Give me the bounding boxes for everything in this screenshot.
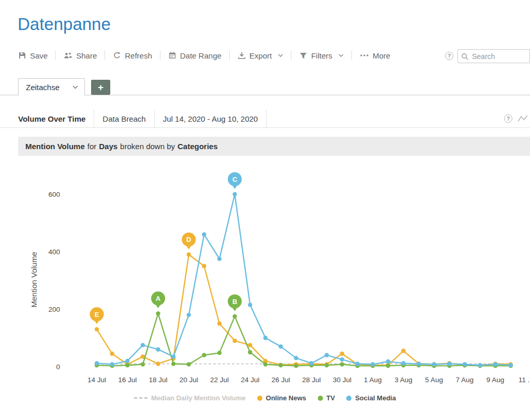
data-point-online-news[interactable]	[340, 352, 344, 356]
share-label: Share	[76, 51, 97, 60]
data-point-tv[interactable]	[248, 350, 252, 354]
trend-line-icon[interactable]	[518, 115, 528, 122]
data-point-tv[interactable]	[202, 353, 206, 357]
data-point-social-media[interactable]	[432, 362, 436, 366]
data-point-tv[interactable]	[386, 364, 390, 368]
legend-item-median-daily-mention-volume[interactable]: Median Daily Mention Volume	[134, 394, 246, 402]
data-point-social-media[interactable]	[386, 359, 390, 364]
data-point-social-media[interactable]	[401, 361, 405, 365]
data-point-social-media[interactable]	[95, 361, 99, 365]
series-line-social-media	[97, 194, 511, 365]
data-point-social-media[interactable]	[493, 362, 497, 366]
data-point-social-media[interactable]	[125, 359, 129, 363]
more-button[interactable]: More	[360, 51, 390, 60]
data-point-social-media[interactable]	[110, 362, 114, 366]
refresh-button[interactable]: Refresh	[113, 51, 152, 60]
x-tick-label: 3 Aug	[394, 376, 413, 384]
data-point-online-news[interactable]	[232, 339, 237, 343]
data-point-online-news[interactable]	[217, 322, 222, 326]
search-input[interactable]	[471, 52, 526, 61]
data-point-tv[interactable]	[187, 362, 191, 366]
data-point-online-news[interactable]	[110, 352, 114, 356]
toolbar-divider	[291, 51, 291, 60]
data-point-social-media[interactable]	[232, 192, 237, 196]
data-point-online-news[interactable]	[187, 252, 191, 256]
data-point-social-media[interactable]	[294, 356, 298, 360]
data-point-social-media[interactable]	[141, 343, 145, 347]
data-point-tv[interactable]	[156, 311, 160, 315]
data-point-tv[interactable]	[294, 364, 298, 368]
panel-query-name[interactable]: Data Breach	[94, 110, 154, 127]
date-range-button[interactable]: Date Range	[168, 51, 222, 60]
data-point-social-media[interactable]	[340, 357, 344, 361]
tab-zeitachse[interactable]: Zeitachse	[18, 78, 85, 95]
toolbar-divider	[160, 51, 160, 60]
data-point-tv[interactable]	[125, 363, 129, 367]
chart-marker-a[interactable]: A	[151, 292, 165, 309]
data-point-online-news[interactable]	[95, 327, 99, 331]
data-point-social-media[interactable]	[417, 361, 421, 366]
legend-item-social-media[interactable]: Social Media	[346, 394, 396, 402]
data-point-online-news[interactable]	[248, 343, 252, 347]
legend-dot-icon	[257, 396, 262, 401]
data-point-social-media[interactable]	[309, 361, 313, 365]
filters-button[interactable]: Filters	[299, 51, 344, 60]
data-point-tv[interactable]	[278, 363, 283, 367]
panel-date-range[interactable]: Jul 14, 2020 - Aug 10, 2020	[155, 110, 267, 127]
search-box	[458, 49, 530, 63]
legend-dot-icon	[318, 396, 323, 401]
data-point-tv[interactable]	[340, 362, 344, 366]
save-button[interactable]: Save	[18, 51, 48, 60]
data-point-tv[interactable]	[171, 361, 175, 366]
filter-icon	[299, 52, 307, 60]
chart-description-bar: Mention Volume for Days broken down by C…	[18, 137, 530, 156]
x-tick-label: 11 ...	[519, 376, 530, 384]
data-point-online-news[interactable]	[156, 361, 160, 366]
chevron-down-icon	[278, 54, 283, 57]
data-point-social-media[interactable]	[463, 362, 467, 366]
data-point-social-media[interactable]	[478, 363, 482, 367]
data-point-social-media[interactable]	[278, 344, 283, 349]
data-point-social-media[interactable]	[217, 257, 222, 261]
chart-marker-d[interactable]: D	[182, 233, 196, 250]
y-tick-label: 0	[56, 363, 60, 371]
add-tab-button[interactable]: +	[91, 80, 110, 95]
panel-header-icons: ?	[504, 110, 529, 127]
data-point-social-media[interactable]	[447, 361, 451, 366]
data-point-social-media[interactable]	[202, 233, 206, 237]
volume-over-time-chart[interactable]: Mention Volume020040060014 Jul16 Jul18 J…	[0, 160, 530, 394]
refresh-icon	[113, 51, 121, 60]
data-point-social-media[interactable]	[325, 353, 329, 357]
data-point-social-media[interactable]	[156, 347, 160, 352]
data-point-online-news[interactable]	[401, 349, 405, 353]
data-point-tv[interactable]	[232, 314, 237, 318]
legend-label: Social Media	[355, 394, 396, 402]
chart-marker-c[interactable]: C	[228, 172, 242, 190]
data-point-tv[interactable]	[217, 351, 222, 355]
chart-marker-e[interactable]: E	[90, 307, 104, 324]
data-point-tv[interactable]	[263, 362, 268, 366]
export-button[interactable]: Export	[238, 51, 283, 60]
data-point-social-media[interactable]	[509, 363, 513, 367]
legend-item-online-news[interactable]: Online News	[257, 394, 306, 402]
legend-item-tv[interactable]: TV	[318, 394, 335, 402]
data-point-social-media[interactable]	[371, 362, 375, 366]
data-point-online-news[interactable]	[202, 264, 206, 268]
help-icon[interactable]: ?	[445, 52, 453, 60]
data-point-social-media[interactable]	[263, 336, 268, 340]
share-button[interactable]: Share	[64, 51, 97, 60]
data-point-social-media[interactable]	[248, 302, 252, 307]
x-tick-label: 18 Jul	[149, 376, 167, 384]
more-label: More	[373, 51, 390, 60]
y-axis-title: Mention Volume	[30, 252, 38, 308]
data-point-tv[interactable]	[325, 363, 329, 367]
export-label: Export	[249, 51, 272, 60]
data-point-social-media[interactable]	[355, 361, 359, 366]
chart-marker-b[interactable]: B	[228, 294, 242, 311]
data-point-tv[interactable]	[141, 362, 145, 366]
data-point-social-media[interactable]	[171, 354, 175, 358]
panel-help-icon[interactable]: ?	[504, 114, 512, 123]
refresh-label: Refresh	[125, 51, 152, 60]
data-point-social-media[interactable]	[187, 313, 191, 317]
filters-label: Filters	[311, 51, 332, 60]
